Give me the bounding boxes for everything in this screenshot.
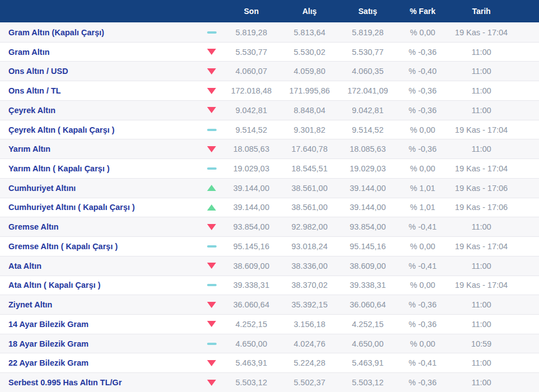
son-value: 4.060,07 (222, 67, 280, 76)
table-row[interactable]: 14 Ayar Bilezik Gram 4.252,15 3.156,18 4… (0, 315, 539, 334)
trend-down-icon (207, 68, 216, 74)
fark-value: % -0,36 (397, 86, 448, 95)
satis-value: 5.819,28 (339, 28, 397, 37)
table-row[interactable]: Çeyrek Altın 9.042,81 8.848,04 9.042,81 … (0, 101, 539, 120)
son-value: 39.338,31 (222, 281, 280, 290)
tarih-value: 19 Kas - 17:06 (448, 203, 539, 212)
table-row[interactable]: Gram Altın (Kapalı Çarşı) 5.819,28 5.813… (0, 23, 539, 43)
son-value: 9.042,81 (222, 106, 280, 115)
trend-down-icon (207, 88, 216, 94)
tarih-value: 19 Kas - 17:04 (448, 164, 539, 173)
fark-value: % -0,41 (397, 222, 448, 231)
trend-flat-icon (207, 245, 217, 248)
instrument-link[interactable]: Gremse Altın ( Kapalı Çarşı ) (0, 242, 201, 251)
instrument-link[interactable]: 14 Ayar Bilezik Gram (0, 320, 201, 329)
son-value: 172.018,48 (222, 86, 280, 95)
alis-value: 5.224,28 (280, 358, 339, 367)
table-row[interactable]: Gremse Altın 93.854,00 92.982,00 93.854,… (0, 217, 539, 237)
instrument-link[interactable]: Ata Altın ( Kapalı Çarşı ) (0, 281, 201, 290)
tarih-value: 11:00 (448, 262, 539, 270)
son-value: 36.060,64 (222, 300, 280, 309)
table-row[interactable]: Ons Altın / USD 4.060,07 4.059,80 4.060,… (0, 62, 539, 81)
table-row[interactable]: Çeyrek Altın ( Kapalı Çarşı ) 9.514,52 9… (0, 120, 539, 140)
son-value: 9.514,52 (222, 125, 280, 134)
son-value: 5.530,77 (222, 48, 280, 57)
instrument-link[interactable]: Cumhuriyet Altını (0, 184, 201, 193)
trend-flat-icon (207, 343, 217, 345)
satis-value: 9.042,81 (339, 106, 397, 115)
tarih-value: 11:00 (448, 320, 539, 329)
instrument-link[interactable]: Çeyrek Altın ( Kapalı Çarşı ) (0, 125, 201, 134)
instrument-link[interactable]: 22 Ayar Bilezik Gram (0, 358, 201, 367)
table-row[interactable]: Ons Altın / TL 172.018,48 171.995,86 172… (0, 81, 539, 101)
table-row[interactable]: Serbest 0.995 Has Altın TL/Gr 5.503,12 5… (0, 373, 539, 392)
header-satis: Satış (339, 7, 397, 16)
instrument-link[interactable]: Yarım Altın ( Kapalı Çarşı ) (0, 164, 201, 173)
tarih-value: 10:59 (448, 339, 539, 348)
son-value: 5.463,91 (222, 358, 280, 367)
instrument-link[interactable]: Ziynet Altın (0, 300, 201, 309)
alis-value: 4.024,76 (280, 339, 339, 348)
satis-value: 5.503,12 (339, 378, 397, 387)
tarih-value: 19 Kas - 17:04 (448, 281, 539, 290)
son-value: 5.503,12 (222, 378, 280, 387)
table-row[interactable]: Ziynet Altın 36.060,64 35.392,15 36.060,… (0, 295, 539, 315)
trend-flat-icon (207, 284, 217, 286)
satis-value: 5.463,91 (339, 358, 397, 367)
instrument-link[interactable]: Cumhuriyet Altını ( Kapalı Çarşı ) (0, 203, 201, 212)
alis-value: 9.301,82 (280, 125, 339, 134)
header-son: Son (222, 7, 280, 16)
table-row[interactable]: Ata Altın 38.609,00 38.336,00 38.609,00 … (0, 256, 539, 276)
fark-value: % 0,00 (397, 242, 448, 251)
alis-value: 17.640,78 (280, 144, 339, 153)
tarih-value: 11:00 (448, 222, 539, 231)
trend-flat-icon (207, 31, 217, 34)
instrument-link[interactable]: Gremse Altın (0, 222, 201, 231)
instrument-link[interactable]: Yarım Altın (0, 144, 201, 153)
trend-down-icon (207, 49, 216, 55)
fark-value: % 0,00 (397, 281, 448, 290)
table-row[interactable]: Ata Altın ( Kapalı Çarşı ) 39.338,31 38.… (0, 276, 539, 296)
table-row[interactable]: Yarım Altın ( Kapalı Çarşı ) 19.029,03 1… (0, 159, 539, 179)
table-row[interactable]: 22 Ayar Bilezik Gram 5.463,91 5.224,28 5… (0, 353, 539, 373)
tarih-value: 11:00 (448, 106, 539, 115)
satis-value: 93.854,00 (339, 222, 397, 231)
satis-value: 172.041,09 (339, 86, 397, 95)
alis-value: 8.848,04 (280, 106, 339, 115)
alis-value: 4.059,80 (280, 67, 339, 76)
son-value: 93.854,00 (222, 222, 280, 231)
trend-down-icon (207, 146, 216, 152)
fark-value: % 0,00 (397, 339, 448, 348)
alis-value: 3.156,18 (280, 320, 339, 329)
table-row[interactable]: Gram Altın 5.530,77 5.530,02 5.530,77 % … (0, 43, 539, 62)
fark-value: % 0,00 (397, 125, 448, 134)
trend-down-icon (207, 360, 216, 366)
son-value: 5.819,28 (222, 28, 280, 37)
son-value: 4.650,00 (222, 339, 280, 348)
satis-value: 39.144,00 (339, 184, 397, 193)
satis-value: 19.029,03 (339, 164, 397, 173)
table-row[interactable]: Cumhuriyet Altını ( Kapalı Çarşı ) 39.14… (0, 198, 539, 218)
table-row[interactable]: Gremse Altın ( Kapalı Çarşı ) 95.145,16 … (0, 237, 539, 256)
trend-flat-icon (207, 129, 217, 131)
trend-down-icon (207, 224, 216, 230)
son-value: 95.145,16 (222, 242, 280, 251)
instrument-link[interactable]: Ata Altın (0, 262, 201, 270)
fark-value: % -0,41 (397, 262, 448, 270)
satis-value: 39.338,31 (339, 281, 397, 290)
instrument-link[interactable]: Gram Altın (Kapalı Çarşı) (0, 28, 201, 37)
table-row[interactable]: Cumhuriyet Altını 39.144,00 38.561,00 39… (0, 179, 539, 198)
table-row[interactable]: 18 Ayar Bilezik Gram 4.650,00 4.024,76 4… (0, 334, 539, 354)
fark-value: % 0,00 (397, 28, 448, 37)
fark-value: % -0,36 (397, 320, 448, 329)
instrument-link[interactable]: Çeyrek Altın (0, 106, 201, 115)
instrument-link[interactable]: Ons Altın / TL (0, 86, 201, 95)
instrument-link[interactable]: Serbest 0.995 Has Altın TL/Gr (0, 378, 201, 387)
gold-prices-table: Son Alış Satış % Fark Tarih Gram Altın (… (0, 0, 539, 392)
instrument-link[interactable]: Ons Altın / USD (0, 67, 201, 76)
table-row[interactable]: Yarım Altın 18.085,63 17.640,78 18.085,6… (0, 139, 539, 159)
instrument-link[interactable]: Gram Altın (0, 48, 201, 57)
instrument-link[interactable]: 18 Ayar Bilezik Gram (0, 339, 201, 348)
tarih-value: 11:00 (448, 144, 539, 153)
tarih-value: 19 Kas - 17:04 (448, 125, 539, 134)
